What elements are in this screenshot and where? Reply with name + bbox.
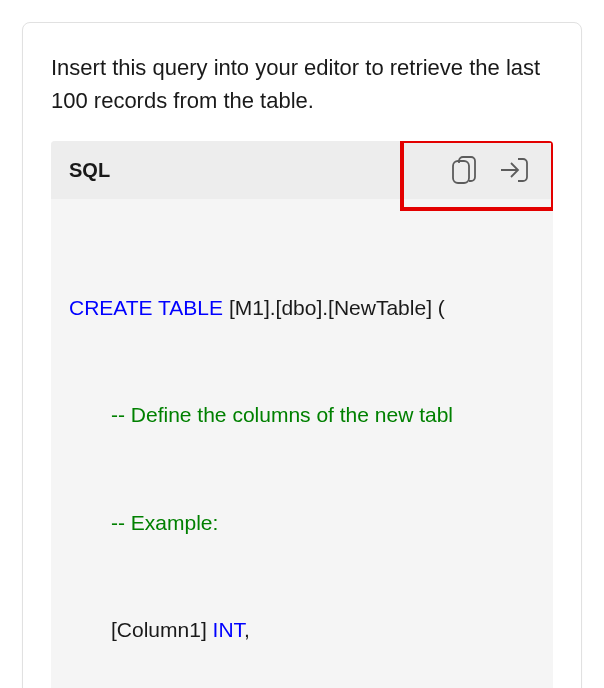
- svg-rect-0: [453, 161, 469, 183]
- code-line: [Column1] INT,: [69, 612, 535, 648]
- code-line: CREATE TABLE [M1].[dbo].[NewTable] (: [69, 290, 535, 326]
- code-block: SQL CREATE TABLE: [51, 141, 553, 688]
- code-header: SQL: [51, 141, 553, 199]
- response-card: Insert this query into your editor to re…: [22, 22, 582, 688]
- insert-icon[interactable]: [499, 156, 529, 184]
- code-language-label: SQL: [69, 159, 110, 182]
- code-actions: [451, 155, 535, 185]
- intro-text: Insert this query into your editor to re…: [51, 51, 553, 117]
- code-line: -- Example:: [69, 505, 535, 541]
- code-line: -- Define the columns of the new tabl: [69, 397, 535, 433]
- copy-icon[interactable]: [451, 155, 477, 185]
- code-body: CREATE TABLE [M1].[dbo].[NewTable] ( -- …: [51, 199, 553, 688]
